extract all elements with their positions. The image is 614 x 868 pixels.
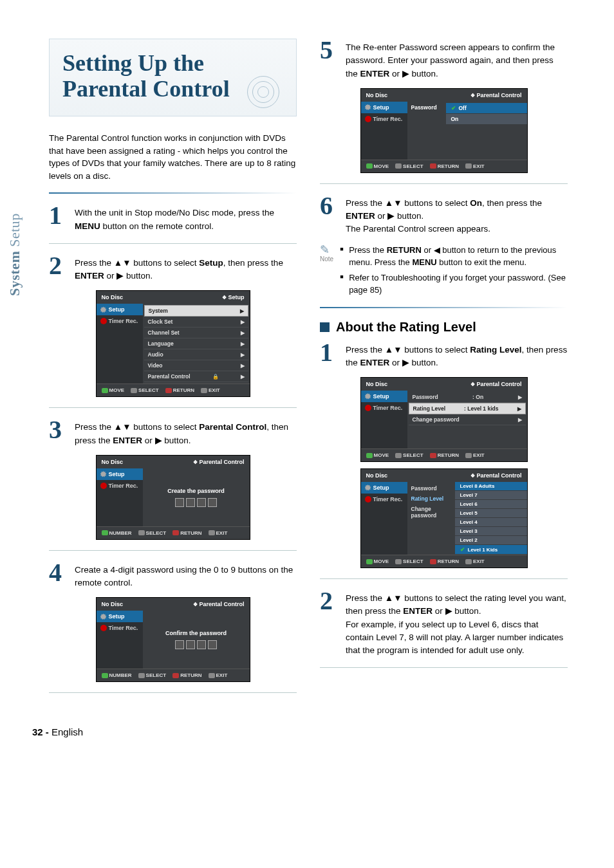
osd-main-list: Password: On▶ Rating Level: Level 1 kids… — [407, 391, 527, 448]
osd-sidebar: Setup Timer Rec. — [361, 102, 407, 160]
osd-item: Clock Set▶ — [144, 317, 248, 328]
osd-breadcrumb: Parental Control — [470, 381, 521, 387]
osd-status: No Disc — [102, 601, 124, 607]
level-item: Level 5 — [455, 509, 527, 518]
clock-icon — [100, 318, 107, 324]
osd-left-labels: Password Rating Level Change password — [407, 482, 455, 555]
step-number: 2 — [49, 254, 66, 283]
osd-item: Change password — [407, 504, 455, 521]
thin-divider — [320, 667, 568, 668]
right-column: 5 The Re-enter Password screen appears t… — [320, 39, 568, 703]
intro-text: The Parental Control function works in c… — [49, 132, 297, 182]
note-icon-col: ✎ Note — [320, 244, 333, 299]
page-title: Setting Up the Parental Control — [49, 39, 297, 116]
osd-status: No Disc — [366, 381, 388, 387]
note-item: Refer to Troubleshooting if you forget y… — [340, 272, 568, 297]
osd-side-setup: Setup — [361, 482, 407, 494]
select-chip — [395, 559, 402, 564]
return-chip — [430, 453, 436, 458]
osd-confirm-password: No Disc Parental Control Setup Timer Rec… — [96, 597, 250, 682]
osd-side-setup: Setup — [97, 468, 143, 480]
subheading: About the Rating Level — [320, 320, 568, 335]
osd-side-timer: Timer Rec. — [97, 622, 143, 634]
step-number: 3 — [49, 418, 66, 447]
step-1: 1 With the unit in Stop mode/No Disc mod… — [49, 204, 297, 233]
create-password-label: Create the password — [167, 488, 225, 494]
step-number: 1 — [49, 204, 66, 233]
osd-side-setup: Setup — [97, 304, 143, 315]
osd-side-timer: Timer Rec. — [361, 402, 407, 414]
lock-icon: 🔒 — [212, 374, 219, 380]
gear-icon — [365, 104, 371, 111]
select-chip — [138, 530, 145, 535]
level-item: Level 8 Adults — [455, 482, 527, 491]
exit-chip — [465, 559, 472, 564]
osd-item-changepw: Change password▶ — [409, 414, 526, 425]
step-3: 3 Press the ▲▼ buttons to select Parenta… — [49, 418, 297, 447]
exit-chip — [465, 163, 472, 169]
return-chip — [430, 559, 436, 564]
select-chip — [395, 163, 402, 169]
step-number: 2 — [320, 589, 337, 657]
osd-breadcrumb: Parental Control — [193, 459, 244, 465]
osd-item: Channel Set▶ — [144, 328, 248, 338]
thin-divider — [320, 578, 568, 579]
select-chip — [395, 453, 402, 458]
step-text: The Re-enter Password screen appears to … — [346, 39, 568, 80]
osd-footer: MOVE SELECT RETURN EXIT — [361, 555, 527, 568]
exit-chip — [465, 453, 472, 458]
page-footer: 32 - English — [32, 726, 568, 737]
osd-breadcrumb: Setup — [222, 294, 244, 300]
osd-status: No Disc — [102, 294, 124, 300]
level-item: Level 2 — [455, 536, 527, 545]
gear-icon — [365, 393, 371, 400]
osd-side-timer: Timer Rec. — [361, 113, 407, 125]
osd-status: No Disc — [366, 472, 388, 479]
osd-item: Video▶ — [144, 360, 248, 371]
osd-rating-level: No Disc Parental Control Setup Timer Rec… — [360, 377, 528, 462]
password-boxes — [175, 498, 217, 507]
osd-side-timer: Timer Rec. — [361, 494, 407, 505]
note-block: ✎ Note Press the RETURN or ◀ button to r… — [320, 244, 568, 299]
gear-icon — [100, 306, 107, 313]
level-item: Level 7 — [455, 491, 527, 500]
step-2: 2 Press the ▲▼ buttons to select Setup, … — [49, 254, 297, 283]
osd-side-setup: Setup — [97, 611, 143, 622]
osd-option-off: ✔Off — [446, 103, 527, 114]
osd-setup-menu: No Disc Setup Setup Timer Rec. System▶ C… — [96, 290, 250, 397]
step-number: 4 — [49, 561, 66, 590]
osd-side-setup: Setup — [361, 391, 407, 402]
gear-icon — [100, 613, 107, 620]
osd-password-toggle: No Disc Parental Control Setup Timer Rec… — [360, 88, 528, 173]
clock-icon — [365, 116, 371, 122]
step-4: 4 Create a 4-digit password using the 0 … — [49, 561, 297, 590]
level-item: Level 6 — [455, 500, 527, 509]
step-text: Press the ▲▼ buttons to select the ratin… — [346, 589, 568, 657]
exit-chip — [201, 388, 207, 393]
clock-icon — [365, 496, 371, 503]
osd-item-rating: Rating Level: Level 1 kids▶ — [409, 403, 526, 414]
number-chip — [102, 530, 108, 535]
osd-footer: NUMBER SELECT RETURN EXIT — [97, 669, 250, 681]
osd-sidebar: Setup Timer Rec. — [361, 482, 407, 555]
check-icon: ✔ — [460, 546, 465, 553]
osd-password-entry: Create the password — [143, 468, 250, 526]
osd-breadcrumb: Parental Control — [470, 472, 521, 479]
osd-breadcrumb: Parental Control — [470, 92, 521, 98]
osd-side-timer: Timer Rec. — [97, 480, 143, 492]
confirm-password-label: Confirm the password — [165, 630, 227, 636]
thin-divider — [320, 183, 568, 184]
osd-item: Password — [407, 483, 455, 494]
return-chip — [172, 673, 179, 678]
left-column: Setting Up the Parental Control The Pare… — [49, 39, 297, 703]
step-text: Press the ▲▼ buttons to select Parental … — [75, 418, 297, 447]
move-chip — [366, 163, 373, 169]
osd-main-list: System▶ Clock Set▶ Channel Set▶ Language… — [143, 304, 250, 383]
thin-divider — [49, 407, 297, 408]
osd-footer: MOVE SELECT RETURN EXIT — [97, 383, 250, 396]
level-item: Level 3 — [455, 527, 527, 536]
osd-rating-levels-list: No Disc Parental Control Setup Timer Rec… — [360, 468, 528, 568]
osd-item: System▶ — [144, 305, 248, 317]
rating-step-2: 2 Press the ▲▼ buttons to select the rat… — [320, 589, 568, 657]
check-icon: ✔ — [451, 105, 456, 111]
